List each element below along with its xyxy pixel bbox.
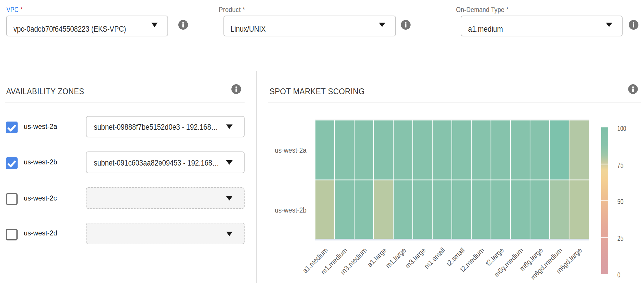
svg-text:0: 0 — [617, 271, 621, 279]
svg-text:m3.large: m3.large — [404, 246, 427, 269]
svg-text:100: 100 — [617, 125, 626, 132]
svg-text:75: 75 — [617, 161, 623, 169]
svg-text:m1.small: m1.small — [423, 246, 447, 270]
svg-text:us-west-2b: us-west-2b — [275, 206, 306, 214]
svg-text:m1.large: m1.large — [384, 246, 407, 269]
svg-text:25: 25 — [617, 235, 623, 242]
svg-text:us-west-2a: us-west-2a — [275, 146, 306, 154]
svg-text:50: 50 — [617, 198, 623, 205]
